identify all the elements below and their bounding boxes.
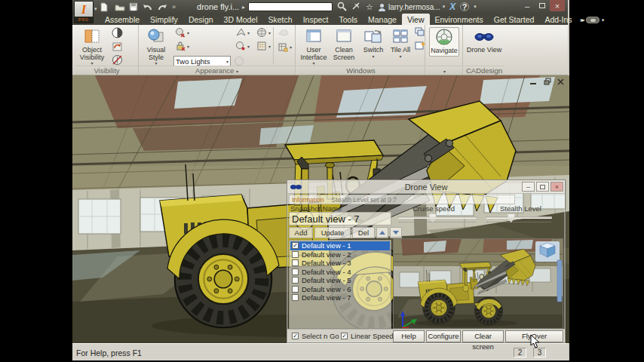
dialog-minimize-button[interactable]: – bbox=[522, 182, 535, 192]
panel-label-caddesign[interactable]: CADdesign bbox=[465, 66, 504, 75]
checkbox[interactable]: ✓ bbox=[292, 286, 299, 293]
add-button[interactable]: Add bbox=[289, 227, 313, 238]
close-button[interactable]: × bbox=[550, 0, 565, 11]
linear-speed-checkbox[interactable]: ✓ Linear Speed bbox=[341, 332, 394, 340]
stealth-level-slider[interactable] bbox=[486, 216, 552, 219]
new-file-button[interactable]: ▾ bbox=[100, 2, 111, 12]
ray-tracing-icon[interactable]: ▾ bbox=[278, 42, 292, 52]
dialog-close-button[interactable]: × bbox=[550, 182, 563, 192]
tab-design[interactable]: Design bbox=[183, 14, 219, 25]
tab-add-ins[interactable]: Add-Ins bbox=[539, 14, 577, 25]
doc-close-button[interactable] bbox=[557, 78, 565, 85]
signed-in-user[interactable]: larry.hermosa... ▾ bbox=[378, 3, 445, 11]
checkbox[interactable]: ✓ bbox=[292, 294, 299, 301]
ground-plane-icon[interactable]: ▾ bbox=[235, 27, 250, 38]
app-menu-arrow-icon[interactable]: ▾ bbox=[94, 6, 97, 12]
save-button[interactable] bbox=[129, 2, 138, 11]
list-item[interactable]: ✓ Default view - 5 bbox=[290, 276, 390, 285]
minimize-button[interactable]: – bbox=[520, 0, 535, 11]
visual-style-button[interactable]: Visual Style▾ bbox=[140, 27, 172, 66]
list-item[interactable]: ✓ Default view - 6 bbox=[290, 285, 390, 294]
sketch-update-icon[interactable] bbox=[112, 41, 123, 52]
hide-all-icon[interactable]: ▾ bbox=[175, 27, 189, 38]
del-button[interactable]: Del bbox=[352, 227, 375, 238]
checkbox[interactable]: ✓ bbox=[292, 268, 299, 275]
update-button[interactable]: Update bbox=[314, 227, 351, 238]
user-interface-button[interactable]: User Interface▾ bbox=[299, 27, 329, 66]
snapshot-name-input[interactable] bbox=[289, 212, 391, 225]
select-n-go-checkbox[interactable]: ✓ Select n Go bbox=[292, 332, 339, 340]
dialog-titlebar[interactable]: Drone View – × bbox=[287, 180, 565, 194]
shadow-sphere-icon[interactable]: ▾ bbox=[256, 27, 271, 38]
help-icon[interactable]: ? bbox=[460, 2, 469, 11]
contrast-icon[interactable] bbox=[112, 27, 123, 38]
search-icon[interactable] bbox=[337, 2, 347, 13]
doc-minimize-button[interactable] bbox=[529, 78, 538, 85]
clean-screen-button[interactable]: Clean Screen bbox=[330, 27, 357, 61]
communication-center-icon[interactable] bbox=[351, 2, 361, 12]
search-input[interactable] bbox=[248, 2, 333, 11]
tab-inspect[interactable]: Inspect bbox=[298, 14, 334, 25]
list-item[interactable]: ✓ Default view - 1 bbox=[290, 241, 390, 250]
doc-restore-button[interactable] bbox=[543, 78, 551, 85]
preview-scrollbar bbox=[557, 260, 562, 302]
qat-overflow-icon[interactable]: » bbox=[172, 3, 176, 11]
compass-off-icon[interactable] bbox=[112, 54, 123, 66]
checkbox[interactable]: ✓ bbox=[292, 242, 299, 249]
tile-all-button[interactable]: Tile All▾ bbox=[388, 27, 413, 59]
maximize-button[interactable] bbox=[535, 0, 550, 11]
user-menu-arrow-icon[interactable]: ▾ bbox=[443, 4, 446, 10]
panel-label-visibility[interactable]: Visibility bbox=[75, 66, 138, 75]
switch-button[interactable]: Switch▾ bbox=[360, 27, 386, 59]
move-up-button[interactable] bbox=[376, 227, 388, 238]
list-item[interactable]: ✓ Default view - 3 bbox=[290, 259, 390, 268]
object-visibility-button[interactable]: Object Visibility▾ bbox=[77, 27, 107, 66]
snapshot-list[interactable]: ✓ Default view - 1 ✓ Default view - 2 ✓ … bbox=[289, 240, 391, 329]
app-logo-button[interactable]: I PRO bbox=[74, 1, 94, 23]
clear-screen-button[interactable]: Clear screen bbox=[462, 330, 504, 342]
tab-assemble[interactable]: Assemble bbox=[100, 14, 145, 25]
list-item[interactable]: ✓ Default view - 7 bbox=[290, 293, 390, 302]
checkbox[interactable]: ✓ bbox=[292, 277, 299, 284]
configure-button[interactable]: Configure bbox=[426, 330, 461, 342]
shadow-object-icon[interactable]: ▾ bbox=[235, 41, 250, 51]
screencast-arrow-icon[interactable]: ▾ bbox=[602, 17, 605, 23]
redo-button[interactable] bbox=[157, 3, 168, 11]
tab-view[interactable]: View bbox=[402, 14, 430, 25]
tab-sketch[interactable]: Sketch bbox=[263, 14, 298, 25]
drone-preview-pane[interactable] bbox=[393, 238, 563, 329]
open-file-button[interactable] bbox=[115, 2, 125, 11]
checkbox[interactable]: ✓ bbox=[292, 259, 299, 266]
undo-button[interactable] bbox=[142, 3, 153, 11]
tab-simplify[interactable]: Simplify bbox=[145, 14, 183, 25]
panel-label-navigate[interactable]: ▾ bbox=[427, 66, 462, 75]
tab-overflow-icon[interactable]: ▸▸ bbox=[581, 17, 584, 23]
list-item[interactable]: ✓ Default view - 4 bbox=[290, 268, 390, 277]
favorites-star-icon[interactable]: ☆ bbox=[366, 2, 373, 12]
lock-off-icon[interactable]: ▾ bbox=[175, 41, 189, 51]
texture-icon[interactable]: ▾ bbox=[256, 41, 271, 51]
lighting-sphere-icon[interactable] bbox=[234, 56, 244, 66]
tab-environments[interactable]: Environments bbox=[430, 14, 489, 25]
dialog-maximize-button[interactable] bbox=[536, 182, 549, 192]
panel-label-windows[interactable]: Windows bbox=[297, 66, 425, 75]
help-button[interactable]: Help bbox=[393, 330, 425, 342]
two-lights-dropdown[interactable]: Two Lights▾ bbox=[173, 56, 231, 66]
panel-label-appearance[interactable]: Appearance ▾ bbox=[139, 66, 295, 75]
reflection-icon[interactable] bbox=[278, 27, 290, 37]
navigate-button[interactable]: Navigate bbox=[429, 27, 459, 57]
tab-3d-model[interactable]: 3D Model bbox=[219, 14, 263, 25]
tab-manage[interactable]: Manage bbox=[363, 14, 402, 25]
tab-tools[interactable]: Tools bbox=[333, 14, 363, 25]
checkbox[interactable]: ✓ bbox=[292, 251, 299, 258]
drone-view-button[interactable]: Drone View bbox=[466, 27, 502, 54]
move-down-button[interactable] bbox=[390, 227, 402, 238]
cruise-speed-slider[interactable] bbox=[398, 216, 477, 219]
tab-get-started[interactable]: Get Started bbox=[489, 14, 540, 25]
cascade-icon[interactable] bbox=[415, 27, 425, 37]
new-window-icon[interactable] bbox=[415, 41, 425, 51]
list-item[interactable]: ✓ Default view - 2 bbox=[290, 250, 390, 259]
screencast-icon[interactable] bbox=[586, 17, 600, 23]
help-menu-arrow-icon[interactable]: ▾ bbox=[474, 4, 477, 10]
autodesk-360-icon[interactable]: X bbox=[449, 2, 455, 12]
